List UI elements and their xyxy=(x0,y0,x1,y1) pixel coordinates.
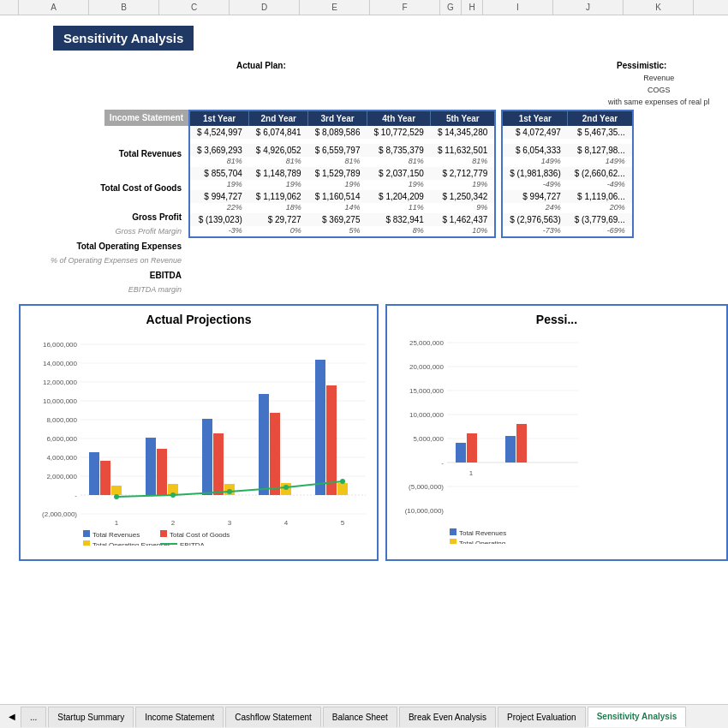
col-header-f: F xyxy=(370,0,440,15)
svg-text:15,000,000: 15,000,000 xyxy=(409,387,445,395)
col-header-k: K xyxy=(624,0,694,15)
pess-ebitda-y2: $ (3,779,69... xyxy=(568,213,633,226)
row-ebitda-pct: -3% 0% 5% 8% 10% xyxy=(189,226,495,237)
col-headers-bar: A B C D E F G H I J K xyxy=(0,0,728,15)
tab-sensitivity-analysis[interactable]: Sensitivity Analysis xyxy=(588,707,687,727)
gp-y2: $ 1,148,789 xyxy=(249,167,308,180)
gp-y5: $ 2,712,779 xyxy=(431,167,495,180)
ebitda-y5: $ 1,462,437 xyxy=(431,213,495,226)
rev-y5: $ 14,345,280 xyxy=(431,126,495,139)
pct-spacer-1 xyxy=(19,162,188,179)
tab-left-arrow[interactable]: ◀ xyxy=(3,708,21,725)
svg-text:2,000,000: 2,000,000 xyxy=(46,473,77,480)
bar-cogs-y1 xyxy=(100,461,110,495)
svg-text:(5,000,000): (5,000,000) xyxy=(409,483,444,491)
col-header-j: J xyxy=(553,0,624,15)
pess-ebitda-y1: $ (2,976,563) xyxy=(502,213,568,226)
row-gross-profit: $ 855,704 $ 1,148,789 $ 1,529,789 $ 2,03… xyxy=(189,167,495,180)
title-row: Sensitivity Analysis xyxy=(19,19,728,57)
opex-y4: $ 1,204,209 xyxy=(367,190,430,203)
pess-cogs-pct-y1: 149% xyxy=(502,157,568,167)
svg-text:3: 3 xyxy=(228,519,232,527)
tab-cashflow-statement[interactable]: Cashflow Statement xyxy=(225,707,321,727)
pessimistic-label: Pessimistic: xyxy=(608,61,666,70)
ebitda-y1: $ (139,023) xyxy=(189,213,249,226)
pess-opex-y2: $ 1,119,06... xyxy=(568,190,633,203)
ebitda-dot-5 xyxy=(340,479,345,484)
row-cogs: $ 3,669,293 $ 4,926,052 $ 6,559,797 $ 8,… xyxy=(189,144,495,157)
charts-row: Actual Projections 16,000,000 14,000,000… xyxy=(19,304,728,561)
actual-plan-table-container: 1st Year 2nd Year 3rd Year 4th Year 5th … xyxy=(188,110,496,238)
tabs-bar: ◀ ... Startup Summary Income Statement C… xyxy=(0,704,728,728)
svg-text:12,000,000: 12,000,000 xyxy=(43,379,78,386)
pess-row-cogs-pct: 149% 149% xyxy=(502,157,632,167)
tab-balance-sheet[interactable]: Balance Sheet xyxy=(323,707,397,727)
bar-cogs-y5 xyxy=(326,385,337,495)
tab-startup-summary[interactable]: Startup Summary xyxy=(48,707,134,727)
svg-text:(10,000,000): (10,000,000) xyxy=(405,507,445,515)
data-area: Income Statement Total Revenues Total Co… xyxy=(19,110,728,295)
gp-pct-y5: 19% xyxy=(431,180,495,190)
rev-y4: $ 10,772,529 xyxy=(367,126,430,139)
ebitda-dot-3 xyxy=(227,489,232,494)
section-labels-row: Actual Plan: Pessimistic: xyxy=(188,61,728,70)
svg-text:10,000,000: 10,000,000 xyxy=(43,397,78,405)
pess-gp-pct-y1: -49% xyxy=(502,180,568,190)
cogs-y4: $ 8,735,379 xyxy=(367,144,430,157)
svg-text:(2,000,000): (2,000,000) xyxy=(42,510,77,518)
legend-cogs-icon xyxy=(160,530,167,537)
opex-pct-y4: 11% xyxy=(367,203,430,213)
pess-row-ebitda-pct: -73% -69% xyxy=(502,226,632,237)
pess-gp-y2: $ (2,660,62... xyxy=(568,167,633,180)
cogs-y2: $ 4,926,052 xyxy=(249,144,308,157)
legend-opex-icon xyxy=(83,540,90,546)
col-header-h: H xyxy=(462,0,483,15)
ebitda-dot-2 xyxy=(170,492,176,498)
row-opex: $ 994,727 $ 1,119,062 $ 1,160,514 $ 1,20… xyxy=(189,190,495,203)
opex-pct-y3: 14% xyxy=(308,203,367,213)
legend-cogs-text: Total Cost of Goods xyxy=(170,531,230,539)
pess-chart-container: Pessi... 25,000,000 20,000,000 15,000,00… xyxy=(385,304,728,561)
col-header-c: C xyxy=(159,0,230,15)
svg-text:20,000,000: 20,000,000 xyxy=(409,363,445,371)
ebitda-pct-y5: 10% xyxy=(431,226,495,237)
pess-opex-pct-y1: 24% xyxy=(502,203,568,213)
gp-pct-y3: 19% xyxy=(308,180,367,190)
pess-cogs-y1: $ 6,054,333 xyxy=(502,144,568,157)
col-header-e: E xyxy=(300,0,370,15)
pess-gp-pct-y2: -49% xyxy=(568,180,633,190)
pess-row-opex: $ 994,727 $ 1,119,06... xyxy=(502,190,632,203)
th-1st-year: 1st Year xyxy=(189,110,249,126)
pess-cogs-y2: $ 8,127,98... xyxy=(568,144,633,157)
tab-income-statement[interactable]: Income Statement xyxy=(135,707,224,727)
bar-cogs-y4 xyxy=(270,413,280,495)
tab-project-evaluation[interactable]: Project Evaluation xyxy=(498,707,586,727)
page-title: Sensitivity Analysis xyxy=(53,26,194,51)
svg-text:25,000,000: 25,000,000 xyxy=(409,339,445,347)
th-2nd-year: 2nd Year xyxy=(249,110,308,126)
svg-text:1: 1 xyxy=(115,519,119,527)
pess-row-revenues: $ 4,072,497 $ 5,467,35... xyxy=(502,126,632,139)
svg-text:8,000,000: 8,000,000 xyxy=(46,416,77,424)
tab-ellipsis[interactable]: ... xyxy=(21,707,46,727)
opex-y1: $ 994,727 xyxy=(189,190,249,203)
bar-rev-y5 xyxy=(315,360,325,495)
ebitda-y3: $ 369,275 xyxy=(308,213,367,226)
svg-text:-: - xyxy=(441,459,444,467)
pess-row-gp-pct: -49% -49% xyxy=(502,180,632,190)
tab-break-even-analysis[interactable]: Break Even Analysis xyxy=(399,707,496,727)
th-5th-year: 5th Year xyxy=(431,110,495,126)
col-header-g: G xyxy=(440,0,462,15)
pess-gp-y1: $ (1,981,836) xyxy=(502,167,568,180)
pess-bar-rev-y2 xyxy=(505,436,516,462)
pess-ebitda-pct-y1: -73% xyxy=(502,226,568,237)
row-revenues: $ 4,524,997 $ 6,074,841 $ 8,089,586 $ 10… xyxy=(189,126,495,139)
svg-text:6,000,000: 6,000,000 xyxy=(46,435,77,443)
pess-th-2nd-year: 2nd Year xyxy=(568,110,633,126)
pessimistic-table: 1st Year 2nd Year $ 4,072,497 $ 5,467,35… xyxy=(501,110,633,238)
svg-text:4: 4 xyxy=(284,519,289,527)
actual-plan-table: 1st Year 2nd Year 3rd Year 4th Year 5th … xyxy=(188,110,496,238)
ebitda-y2: $ 29,727 xyxy=(249,213,308,226)
pess-legend-rev-text: Total Revenues xyxy=(459,529,506,537)
pessimistic-table-container: 1st Year 2nd Year $ 4,072,497 $ 5,467,35… xyxy=(501,110,633,238)
